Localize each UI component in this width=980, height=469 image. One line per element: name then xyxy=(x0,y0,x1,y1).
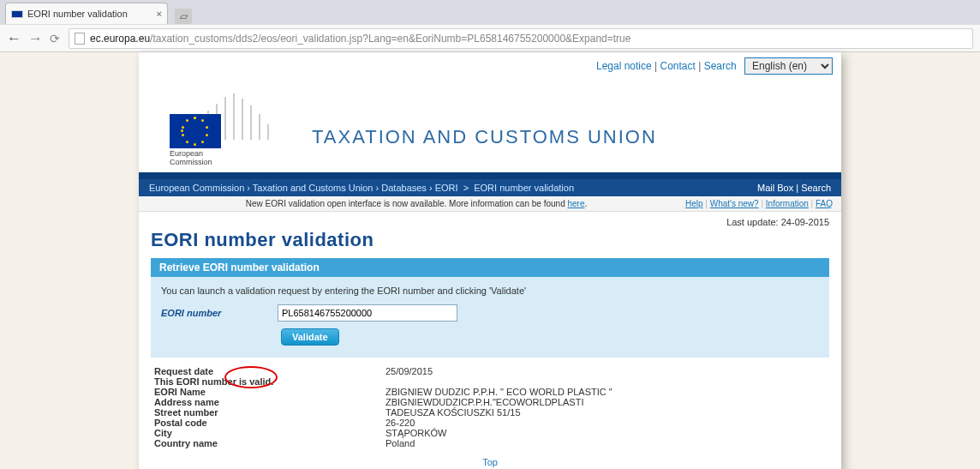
retrieve-panel: You can launch a validation request by e… xyxy=(151,277,829,358)
page-title: EORI number validation xyxy=(139,227,841,258)
address-bar-row: ← → ⟳ ec.europa.eu/taxation_customs/dds2… xyxy=(0,24,980,51)
nav-arrows: ← → ⟳ xyxy=(7,30,60,47)
eu-favicon xyxy=(11,10,23,18)
right-crumb: Mail Box | Search xyxy=(757,183,831,193)
top-link[interactable]: Top xyxy=(482,457,498,467)
mailbox-link[interactable]: Mail Box xyxy=(757,183,793,193)
result-label-1: Address name xyxy=(154,397,385,407)
notice-here-link[interactable]: here xyxy=(567,199,584,208)
ec-logo: EuropeanCommission xyxy=(159,83,288,169)
contact-link[interactable]: Contact xyxy=(660,60,695,72)
legal-notice-link[interactable]: Legal notice xyxy=(596,60,652,72)
language-select[interactable]: English (en) xyxy=(744,57,833,75)
request-date-value: 25/09/2015 xyxy=(385,366,433,376)
site-title: TAXATION AND CUSTOMS UNION xyxy=(312,126,657,169)
help-link[interactable]: Help xyxy=(685,199,703,208)
crumb-3[interactable]: EORI xyxy=(435,183,458,193)
browser-chrome: EORI number validation × ▱ ← → ⟳ ec.euro… xyxy=(0,0,980,52)
logo-caption: EuropeanCommission xyxy=(170,150,212,167)
notice-bar: New EORI validation open interface is no… xyxy=(139,196,841,212)
forward-icon[interactable]: → xyxy=(28,30,43,47)
eori-number-label: EORI number xyxy=(161,308,264,318)
result-label-0: EORI Name xyxy=(154,387,385,397)
eu-flag-icon xyxy=(170,114,221,148)
page-icon xyxy=(75,33,85,45)
result-label-5: Country name xyxy=(154,438,385,448)
request-date-label: Request date xyxy=(154,366,385,376)
blue-bar xyxy=(139,172,841,179)
close-tab-icon[interactable]: × xyxy=(157,9,162,19)
result-label-2: Street number xyxy=(154,407,385,418)
retrieve-heading: Retrieve EORI number validation xyxy=(151,258,829,277)
url-path: /taxation_customs/dds2/eos/eori_validati… xyxy=(150,33,630,45)
breadcrumb-bar: European Commission › Taxation and Custo… xyxy=(139,179,841,196)
page-content: Legal notice | Contact | Search English … xyxy=(139,52,841,469)
new-tab-button[interactable]: ▱ xyxy=(175,9,192,24)
result-value-4: STĄPORKÓW xyxy=(385,428,447,438)
validate-button[interactable]: Validate xyxy=(281,328,339,346)
valid-text: This EORI number is valid. xyxy=(154,376,385,387)
breadcrumb: European Commission › Taxation and Custo… xyxy=(149,183,574,193)
tab-strip: EORI number validation × ▱ xyxy=(0,0,980,24)
search-link[interactable]: Search xyxy=(801,183,831,193)
faq-link[interactable]: FAQ xyxy=(816,199,833,208)
notice-text: New EORI validation open interface is no… xyxy=(246,199,568,208)
result-value-5: Poland xyxy=(385,438,415,448)
retrieve-intro: You can launch a validation request by e… xyxy=(161,286,819,296)
search-link-top[interactable]: Search xyxy=(704,60,737,72)
tab-title: EORI number validation xyxy=(27,9,128,19)
result-label-4: City xyxy=(154,428,385,438)
result-value-0: ZBIGNIEW DUDZIC P.P.H. " ECO WORLD PLAST… xyxy=(385,387,612,397)
eori-number-input[interactable] xyxy=(278,304,457,322)
crumb-1[interactable]: Taxation and Customs Union xyxy=(253,183,373,193)
reload-icon[interactable]: ⟳ xyxy=(50,32,60,45)
address-bar[interactable]: ec.europa.eu/taxation_customs/dds2/eos/e… xyxy=(69,28,973,49)
result-value-2: TADEUSZA KOŚCIUSZKI 51/15 xyxy=(385,407,521,418)
crumb-2[interactable]: Databases xyxy=(381,183,427,193)
crumb-4[interactable]: EORI number validation xyxy=(474,183,574,193)
crumb-0[interactable]: European Commission xyxy=(149,183,244,193)
result-label-3: Postal code xyxy=(154,418,385,428)
browser-tab[interactable]: EORI number validation × xyxy=(5,3,168,24)
result-value-1: ZBIGNIEWDUDZICP.P.H."ECOWORLDPLASTI xyxy=(385,397,583,407)
result-value-3: 26-220 xyxy=(385,418,415,428)
header: EuropeanCommission TAXATION AND CUSTOMS … xyxy=(139,80,841,172)
back-icon[interactable]: ← xyxy=(7,30,21,47)
last-update: Last update: 24-09-2015 xyxy=(139,212,841,227)
top-links: Legal notice | Contact | Search English … xyxy=(139,52,841,80)
url-host: ec.europa.eu xyxy=(90,33,150,45)
results-block: Request date 25/09/2015 This EORI number… xyxy=(139,358,841,452)
whatsnew-link[interactable]: What's new? xyxy=(710,199,759,208)
information-link[interactable]: Information xyxy=(766,199,809,208)
